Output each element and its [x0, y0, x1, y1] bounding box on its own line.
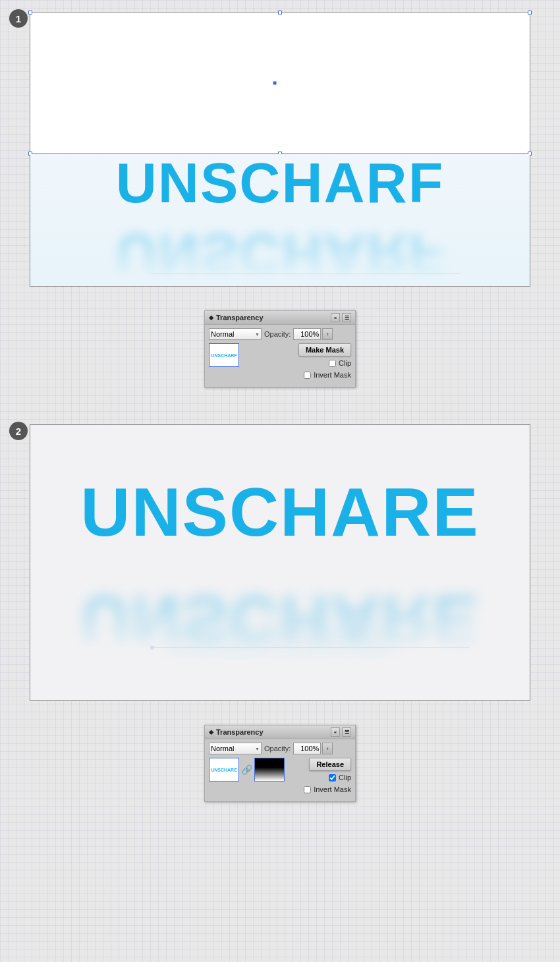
opacity-arrow-2[interactable]: ›: [322, 743, 333, 754]
panel-collapse-btn[interactable]: «: [331, 313, 340, 322]
link-icon: 🔗: [241, 764, 252, 775]
invert-mask-checkbox-1[interactable]: [304, 372, 311, 379]
opacity-label-2: Opacity:: [264, 745, 291, 752]
transparency-panel-1: ◆ Transparency « ☰ Normal Opacity: ›: [204, 310, 356, 387]
thumb-text-2: UNSCHARE: [211, 768, 237, 772]
blend-mode-select-1[interactable]: Normal: [209, 328, 262, 340]
panel-titlebar-1: ◆ Transparency « ☰: [205, 311, 355, 325]
thumb-preview-2: UNSCHARE: [209, 758, 239, 781]
section-2: 2 UNSCHARE UNSCHARE UNSCHARE: [0, 412, 560, 701]
panel-arrow-icon: ◆: [209, 314, 213, 321]
canvas-frame-1: UNSCHARF UNSCHARF: [30, 12, 530, 287]
opacity-input-1[interactable]: [293, 328, 321, 340]
opacity-label-1: Opacity:: [264, 330, 291, 338]
clip-label-1: Clip: [339, 359, 351, 367]
unscharf-text-2: UNSCHARE: [80, 478, 479, 546]
thumb-preview-1: UNSCHARF: [209, 343, 239, 367]
step-badge-1: 1: [9, 9, 28, 28]
thumb-text-1: UNSCHARF: [211, 353, 237, 358]
invert-mask-checkbox-2[interactable]: [304, 786, 311, 793]
opacity-arrow-1[interactable]: ›: [322, 328, 333, 340]
clip-label-2: Clip: [339, 774, 351, 781]
panel-title-2: Transparency: [216, 728, 264, 736]
panel-title-1: Transparency: [216, 314, 264, 322]
panel-collapse-btn-2[interactable]: «: [331, 727, 340, 737]
panel-menu-btn-2[interactable]: ☰: [342, 727, 351, 737]
make-mask-button-1[interactable]: Make Mask: [298, 343, 351, 356]
blend-mode-select-2[interactable]: Normal: [209, 743, 262, 754]
section-1: 1 UNSCHARF UNSCHARF: [0, 0, 560, 287]
handle-tr: [528, 11, 532, 14]
clip-checkbox-2[interactable]: [329, 774, 336, 781]
canvas-frame-2: UNSCHARE UNSCHARE UNSCHARE: [30, 424, 530, 701]
opacity-input-2[interactable]: [293, 743, 321, 754]
step-badge-2: 2: [9, 422, 28, 440]
handle-tl: [28, 11, 32, 14]
panel-titlebar-2: ◆ Transparency « ☰: [205, 725, 355, 739]
handle-tm: [278, 11, 282, 14]
panel-menu-btn[interactable]: ☰: [342, 313, 351, 322]
clip-checkbox-1[interactable]: [329, 360, 336, 367]
invert-mask-label-1: Invert Mask: [314, 371, 351, 379]
invert-mask-label-2: Invert Mask: [314, 785, 351, 793]
thumb-mask-2: [254, 758, 285, 781]
panel-arrow-icon-2: ◆: [209, 729, 213, 735]
transparency-panel-2: ◆ Transparency « ☰ Normal Opacity: ›: [204, 725, 356, 802]
unscharf-text-1: UNSCHARF: [116, 154, 445, 211]
center-dot-1: [273, 82, 277, 85]
release-button[interactable]: Release: [309, 758, 351, 771]
